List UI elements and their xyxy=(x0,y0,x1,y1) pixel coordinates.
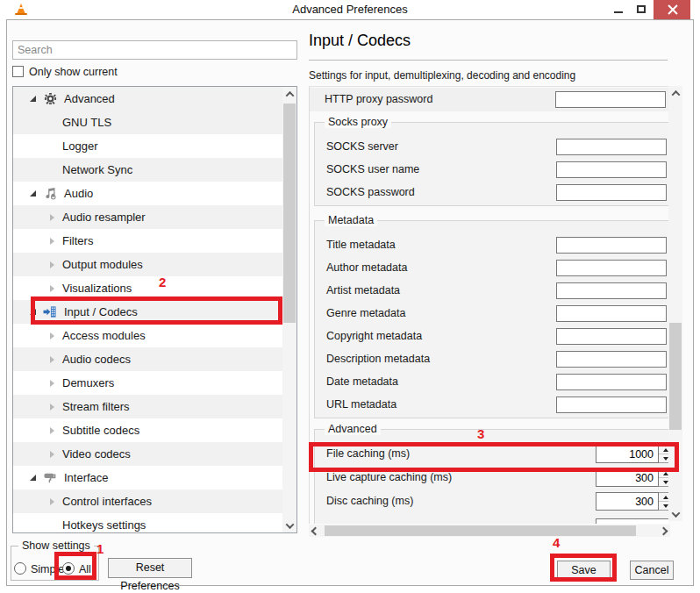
option-row-socks-password: SOCKS password xyxy=(315,181,668,204)
options-horizontal-scrollbar[interactable] xyxy=(309,525,670,537)
option-row-url-metadata: URL metadata xyxy=(315,393,668,416)
tree-item-label: Logger xyxy=(62,134,97,158)
collapsed-arrow-icon[interactable] xyxy=(45,238,59,245)
tree-item-hotkeys-settings[interactable]: Hotkeys settings xyxy=(13,513,283,533)
page-title: Input / Codecs xyxy=(309,32,411,50)
tree-item-advanced[interactable]: Advanced xyxy=(13,87,283,111)
text-input[interactable] xyxy=(556,305,667,322)
maximize-button[interactable] xyxy=(631,0,652,19)
window-title: Advanced Preferences xyxy=(0,0,700,19)
option-row-date-metadata: Date metadata xyxy=(315,370,668,393)
tree-item-label: Advanced xyxy=(64,87,115,111)
tree-item-demuxers[interactable]: Demuxers xyxy=(13,371,283,395)
options-scroll-up-icon[interactable] xyxy=(668,86,682,100)
collapsed-arrow-icon[interactable] xyxy=(45,498,59,505)
spin-up-icon[interactable] xyxy=(659,493,668,502)
advanced-preferences-window: Advanced Preferences Only show current A… xyxy=(0,0,700,593)
tree-item-label: Access modules xyxy=(62,324,146,347)
option-label: SOCKS server xyxy=(326,140,398,153)
collapsed-arrow-icon[interactable] xyxy=(45,380,59,387)
tree-item-label: Output modules xyxy=(62,253,143,276)
collapsed-arrow-icon[interactable] xyxy=(45,451,59,458)
options-horizontal-thumb[interactable] xyxy=(325,525,636,536)
options-scroll-right-icon[interactable] xyxy=(657,525,670,537)
tree-item-filters[interactable]: Filters xyxy=(13,229,283,253)
expanded-arrow-icon[interactable] xyxy=(25,190,39,196)
option-label: Description metadata xyxy=(326,353,430,365)
tree-item-label: Network Sync xyxy=(62,158,132,182)
spin-input[interactable] xyxy=(596,492,659,511)
group-legend: Socks proxy xyxy=(325,116,391,128)
text-input[interactable] xyxy=(556,184,667,201)
collapsed-arrow-icon[interactable] xyxy=(45,356,59,363)
tree-item-stream-filters[interactable]: Stream filters xyxy=(13,395,283,418)
minimize-button[interactable] xyxy=(608,0,629,19)
radio-simple[interactable] xyxy=(14,562,26,575)
tree-scroll-down-icon[interactable] xyxy=(282,518,296,532)
option-label: Author metadata xyxy=(326,261,407,274)
tree-scrollbar-thumb[interactable] xyxy=(283,104,296,323)
tree-item-label: Stream filters xyxy=(62,395,130,418)
spin-down-icon[interactable] xyxy=(659,478,668,487)
tree-item-interface[interactable]: Interface xyxy=(13,466,283,489)
option-row-http-proxy-password: HTTP proxy password xyxy=(310,88,668,111)
annotation-number-4: 4 xyxy=(553,535,560,550)
text-input[interactable] xyxy=(556,282,667,299)
text-input[interactable] xyxy=(556,161,667,178)
search-input[interactable] xyxy=(12,40,297,60)
tree-item-network-sync[interactable]: Network Sync xyxy=(13,158,283,182)
annotation-box-1 xyxy=(54,552,96,580)
annotation-number-1: 1 xyxy=(96,541,104,556)
spinner-buttons[interactable] xyxy=(659,492,668,511)
tree-item-audio-codecs[interactable]: Audio codecs xyxy=(13,347,283,371)
text-input[interactable] xyxy=(556,374,667,390)
partial-input[interactable] xyxy=(596,518,668,524)
collapsed-arrow-icon[interactable] xyxy=(45,285,59,292)
close-button[interactable] xyxy=(654,0,690,19)
expanded-arrow-icon[interactable] xyxy=(25,475,39,481)
text-input[interactable] xyxy=(556,237,667,254)
collapsed-arrow-icon[interactable] xyxy=(45,427,59,434)
maximize-icon xyxy=(637,5,646,13)
reset-preferences-button[interactable]: Reset Preferences xyxy=(108,558,192,578)
collapsed-arrow-icon[interactable] xyxy=(45,404,59,411)
option-row-author-metadata: Author metadata xyxy=(315,256,668,279)
option-label: Genre metadata xyxy=(326,307,405,319)
text-input[interactable] xyxy=(556,397,667,413)
tree-item-control-interfaces[interactable]: Control interfaces xyxy=(13,489,283,513)
tree-item-video-codecs[interactable]: Video codecs xyxy=(13,442,283,466)
option-label: Disc caching (ms) xyxy=(326,495,413,507)
tree-item-subtitle-codecs[interactable]: Subtitle codecs xyxy=(13,418,283,442)
annotation-box-4 xyxy=(550,554,617,582)
text-input[interactable] xyxy=(555,91,666,108)
collapsed-arrow-icon[interactable] xyxy=(45,261,59,268)
tree-item-label: Filters xyxy=(62,229,93,253)
text-input[interactable] xyxy=(556,260,667,276)
tree-item-gnu-tls[interactable]: GNU TLS xyxy=(13,111,283,134)
options-vertical-thumb[interactable] xyxy=(669,323,682,430)
tree-item-logger[interactable]: Logger xyxy=(13,134,283,158)
tree-scroll-up-icon[interactable] xyxy=(282,87,296,101)
option-label: URL metadata xyxy=(326,398,396,411)
option-label: Artist metadata xyxy=(326,284,400,296)
only-show-current-checkbox[interactable] xyxy=(12,66,24,77)
text-input[interactable] xyxy=(556,351,667,368)
tree-item-label: Demuxers xyxy=(62,371,114,395)
tree-item-audio-resampler[interactable]: Audio resampler xyxy=(13,205,283,229)
collapsed-arrow-icon[interactable] xyxy=(45,214,59,221)
cancel-button[interactable]: Cancel xyxy=(630,561,674,580)
tree-scrollbar[interactable] xyxy=(282,87,296,532)
text-input[interactable] xyxy=(556,328,667,345)
option-label: HTTP proxy password xyxy=(325,93,432,105)
option-label: Live capture caching (ms) xyxy=(326,471,452,483)
text-input[interactable] xyxy=(556,139,667,155)
tree-item-audio[interactable]: Audio xyxy=(13,182,283,205)
options-scroll-left-icon[interactable] xyxy=(309,525,322,537)
expanded-arrow-icon[interactable] xyxy=(25,96,39,102)
collapsed-arrow-icon[interactable] xyxy=(45,332,59,339)
option-row-disc-caching-ms: Disc caching (ms) xyxy=(315,489,668,513)
spin-down-icon[interactable] xyxy=(659,502,668,511)
options-scroll-down-icon[interactable] xyxy=(668,507,682,521)
tree-item-access-modules[interactable]: Access modules xyxy=(13,324,283,347)
tree-item-output-modules[interactable]: Output modules xyxy=(13,253,283,276)
